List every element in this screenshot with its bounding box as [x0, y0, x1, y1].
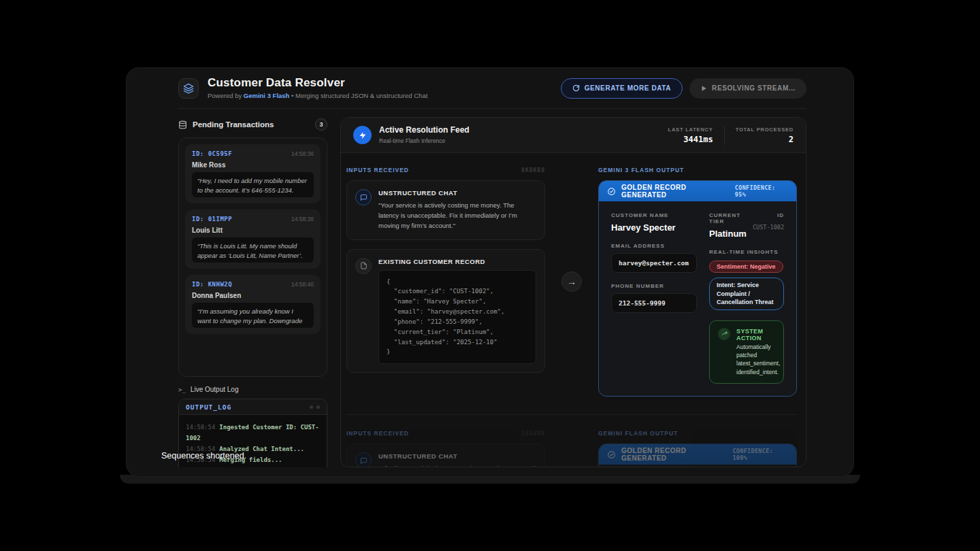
refresh-icon — [572, 84, 580, 92]
last-latency-stat: LAST LATENCY 3441ms — [668, 127, 713, 144]
customer-name: Donna Paulsen — [192, 292, 314, 299]
sidebar-title: Pending Transactions — [193, 120, 274, 129]
log-line: 14:58:54Resolved Golden Record. — [186, 465, 320, 467]
page-subtitle: Powered by Gemini 3 Flash • Merging stru… — [208, 92, 427, 99]
intent-badge: Intent: Service Complaint / Cancellation… — [709, 278, 784, 310]
entry-divider — [346, 414, 797, 415]
record-json: { "customer_id": "CUST-1002", "name": "H… — [387, 277, 528, 358]
trending-up-icon — [718, 328, 730, 340]
chat-quote: "I finally passed the bar exam! Please u… — [378, 463, 536, 467]
transaction-card[interactable]: ID: KNHW2Q 14:58:40 Donna Paulsen “I’m a… — [185, 275, 321, 334]
terminal-title: OUTPUT_LOG — [186, 403, 231, 411]
stat-divider — [724, 126, 725, 145]
golden-record-title: GOLDEN RECORD GENERATED — [621, 184, 730, 199]
terminal-titlebar: OUTPUT_LOG — [179, 399, 327, 415]
sidebar: Pending Transactions 3 ID: 0C595F 14:58:… — [178, 117, 327, 467]
transaction-card[interactable]: ID: 01IMPP 14:58:38 Louis Litt “This is … — [185, 210, 321, 269]
feed-subtitle: Real-time Flash Inference — [379, 137, 470, 144]
phone-label: PHONE NUMBER — [611, 283, 697, 289]
unstructured-chat-card: UNSTRUCTURED CHAT "Your service is activ… — [346, 180, 545, 240]
app-header: Customer Data Resolver Powered by Gemini… — [127, 68, 853, 108]
transaction-time: 14:58:36 — [291, 150, 314, 157]
resolving-stream-button[interactable]: RESOLVING STREAM... — [689, 78, 806, 99]
brand-name: Gemini 3 Flash — [244, 92, 290, 99]
lightning-bolt-icon — [353, 126, 372, 144]
customer-name-label: CUSTOMER NAME — [611, 212, 697, 218]
record-card-title: EXISTING CUSTOMER RECORD — [378, 258, 536, 265]
check-circle-icon — [607, 450, 616, 459]
golden-record-title: GOLDEN RECORD GENERATED — [621, 447, 727, 462]
feed-scroll-area[interactable]: INPUTS RECEIVED 0KBKB8 UNSTRUCTURED CHAT… — [341, 153, 806, 467]
system-action-text: Automatically patched latest_sentiment, … — [736, 343, 780, 376]
log-line: 14:58:54Ingested Customer ID: CUST-1002 — [186, 422, 320, 444]
transaction-card[interactable]: ID: 0C595F 14:58:36 Mike Ross “Hey, I ne… — [185, 144, 321, 203]
chat-card-title: UNSTRUCTURED CHAT — [378, 452, 536, 460]
total-processed-stat: TOTAL PROCESSED 2 — [736, 127, 794, 144]
confidence-value: CONFIDENCE: 100% — [732, 448, 788, 461]
id-value: CUST-1002 — [753, 224, 784, 231]
json-code-block: { "customer_id": "CUST-1002", "name": "H… — [378, 270, 536, 365]
resolution-entry: INPUTS RECEIVED 0KBKB8 UNSTRUCTURED CHAT… — [346, 167, 797, 397]
layers-icon — [183, 83, 194, 94]
customer-name-value: Harvey Specter — [611, 222, 697, 233]
play-icon — [700, 85, 707, 92]
gemini-output-label: GEMINI 3 FLASH OUTPUT — [598, 167, 797, 173]
transaction-id: ID: 01IMPP — [192, 216, 232, 222]
feed-header: Active Resolution Feed Real-time Flash I… — [341, 118, 806, 153]
resolution-entry: INPUTS RECEIVED 1SGUV8 UNSTRUCTURED CHAT… — [346, 430, 797, 467]
insights-label: REAL-TIME INSIGHTS — [709, 249, 784, 255]
app-window: Customer Data Resolver Powered by Gemini… — [127, 68, 853, 476]
email-field: harvey@specter.com — [611, 253, 697, 273]
golden-record-card: GOLDEN RECORD GENERATED CONFIDENCE: 95% … — [598, 180, 797, 397]
terminal-window-dots — [310, 405, 320, 409]
phone-field: 212-555-9999 — [611, 293, 697, 313]
inputs-received-label: INPUTS RECEIVED 1SGUV8 — [346, 430, 545, 437]
unstructured-chat-card: UNSTRUCTURED CHAT "I finally passed the … — [346, 444, 545, 467]
current-tier-label: CURRENT TIER — [709, 212, 753, 224]
database-icon — [178, 120, 187, 129]
arrow-right-icon: → — [561, 271, 582, 292]
generate-more-data-button[interactable]: GENERATE MORE DATA — [561, 78, 683, 99]
golden-record-header: GOLDEN RECORD GENERATED CONFIDENCE: 95% — [599, 181, 796, 201]
chat-quote: "Your service is actively costing me mon… — [378, 200, 536, 231]
golden-record-card: GOLDEN RECORD GENERATED CONFIDENCE: 100%… — [598, 444, 797, 467]
check-circle-icon — [607, 187, 616, 196]
terminal-prompt-icon: >_ — [178, 386, 186, 393]
transaction-quote: “Hey, I need to add my mobile number to … — [192, 172, 314, 197]
page-title: Customer Data Resolver — [208, 77, 427, 90]
transaction-time: 14:58:38 — [291, 216, 314, 222]
feed-title: Active Resolution Feed — [379, 126, 470, 135]
transaction-id: ID: 0C595F — [192, 150, 232, 157]
sentiment-badge: Sentiment: Negative — [709, 261, 783, 273]
golden-record-header: GOLDEN RECORD GENERATED CONFIDENCE: 100% — [599, 444, 796, 465]
existing-record-card: EXISTING CUSTOMER RECORD { "customer_id"… — [346, 249, 545, 373]
confidence-value: CONFIDENCE: 95% — [735, 184, 788, 198]
entry-hash: 0KBKB8 — [521, 167, 545, 173]
gemini-output-label: GEMINI FLASH OUTPUT — [598, 430, 797, 437]
transaction-quote: “I’m assuming you already know I want to… — [192, 303, 314, 328]
transactions-panel: ID: 0C595F 14:58:36 Mike Ross “Hey, I ne… — [178, 137, 327, 377]
inputs-received-label: INPUTS RECEIVED 0KBKB8 — [346, 167, 545, 173]
file-icon — [355, 258, 372, 274]
screenshot-caption: Sequences shortened. — [161, 451, 246, 461]
tier-value: Platinum — [709, 229, 753, 239]
customer-name: Louis Litt — [192, 227, 314, 234]
chat-card-title: UNSTRUCTURED CHAT — [378, 189, 536, 197]
entry-hash: 1SGUV8 — [521, 431, 545, 437]
system-action-title: SYSTEM ACTION — [736, 328, 780, 341]
transaction-id: ID: KNHW2Q — [192, 281, 232, 288]
app-logo — [178, 78, 199, 99]
transaction-time: 14:58:40 — [291, 281, 314, 288]
active-resolution-feed: Active Resolution Feed Real-time Flash I… — [340, 117, 806, 467]
id-label: ID — [753, 212, 784, 218]
system-action-box: SYSTEM ACTION Automatically patched late… — [709, 320, 784, 384]
transaction-quote: “This is Louis Litt. My name should appe… — [192, 237, 314, 263]
customer-name: Mike Ross — [192, 161, 314, 169]
email-label: EMAIL ADDRESS — [611, 243, 697, 249]
pending-count-badge: 3 — [315, 118, 327, 131]
live-output-log-label: Live Output Log — [191, 386, 239, 393]
chat-bubble-icon — [355, 189, 372, 205]
chat-bubble-icon — [355, 452, 372, 467]
